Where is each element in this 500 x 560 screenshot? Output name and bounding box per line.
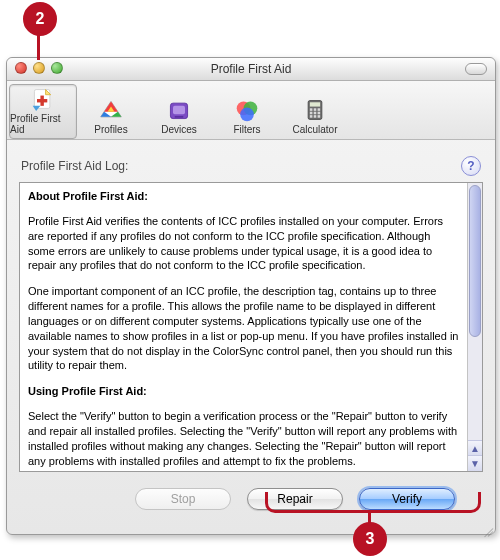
toolbar-label: Profile First Aid bbox=[10, 113, 76, 135]
window-body: Profile First Aid Log: ? About Profile F… bbox=[7, 140, 495, 534]
window-profile-first-aid: Profile First Aid Profile First Aid bbox=[6, 57, 496, 535]
svg-rect-3 bbox=[40, 96, 43, 106]
toolbar-label: Calculator bbox=[292, 124, 337, 135]
toolbar-item-calculator[interactable]: Calculator bbox=[281, 84, 349, 139]
log-textarea[interactable]: About Profile First Aid: Profile First A… bbox=[19, 182, 483, 472]
scroll-up-icon[interactable]: ▲ bbox=[468, 440, 482, 456]
window-title: Profile First Aid bbox=[7, 58, 495, 80]
window-titlebar[interactable]: Profile First Aid bbox=[7, 58, 495, 81]
svg-rect-18 bbox=[310, 108, 313, 111]
scrollbar-thumb[interactable] bbox=[469, 185, 481, 337]
callout-line-2 bbox=[37, 32, 40, 60]
log-heading: Using Profile First Aid: bbox=[28, 384, 460, 399]
stop-button: Stop bbox=[135, 488, 231, 510]
svg-rect-24 bbox=[310, 115, 313, 118]
resize-handle-icon[interactable] bbox=[479, 518, 493, 532]
close-icon[interactable] bbox=[15, 62, 27, 74]
log-paragraph: One important component of an ICC profil… bbox=[28, 284, 460, 373]
svg-rect-23 bbox=[318, 112, 321, 115]
callout-bracket-3 bbox=[265, 492, 481, 513]
svg-rect-19 bbox=[314, 108, 317, 111]
minimize-icon[interactable] bbox=[33, 62, 45, 74]
toolbar-label: Devices bbox=[161, 124, 197, 135]
toolbar: Profile First Aid Profiles Devic bbox=[7, 81, 495, 140]
help-button[interactable]: ? bbox=[461, 156, 481, 176]
svg-rect-26 bbox=[318, 115, 321, 118]
svg-rect-21 bbox=[310, 112, 313, 115]
scroll-down-icon[interactable]: ▼ bbox=[468, 455, 482, 471]
svg-rect-11 bbox=[173, 106, 185, 115]
first-aid-icon bbox=[29, 87, 57, 111]
toolbar-toggle-pill[interactable] bbox=[465, 63, 487, 75]
log-content: About Profile First Aid: Profile First A… bbox=[20, 183, 468, 471]
toolbar-item-profile-first-aid[interactable]: Profile First Aid bbox=[9, 84, 77, 139]
devices-icon bbox=[165, 98, 193, 122]
toolbar-item-filters[interactable]: Filters bbox=[213, 84, 281, 139]
svg-rect-17 bbox=[310, 102, 320, 106]
svg-rect-20 bbox=[318, 108, 321, 111]
log-paragraph: Select the "Verify" button to begin a ve… bbox=[28, 409, 460, 468]
svg-rect-22 bbox=[314, 112, 317, 115]
log-heading: About Profile First Aid: bbox=[28, 189, 460, 204]
scrollbar[interactable]: ▲ ▼ bbox=[467, 183, 482, 471]
svg-rect-12 bbox=[175, 116, 184, 118]
toolbar-item-profiles[interactable]: Profiles bbox=[77, 84, 145, 139]
log-paragraph: Profile First Aid verifies the contents … bbox=[28, 214, 460, 273]
profiles-icon bbox=[97, 98, 125, 122]
toolbar-label: Profiles bbox=[94, 124, 127, 135]
callout-badge-2: 2 bbox=[23, 2, 57, 36]
toolbar-label: Filters bbox=[233, 124, 260, 135]
zoom-icon[interactable] bbox=[51, 62, 63, 74]
toolbar-item-devices[interactable]: Devices bbox=[145, 84, 213, 139]
traffic-lights bbox=[15, 62, 63, 74]
log-label: Profile First Aid Log: bbox=[21, 159, 128, 173]
svg-rect-25 bbox=[314, 115, 317, 118]
tutorial-figure: 2 Profile First Aid Profile First bbox=[0, 0, 500, 560]
svg-point-15 bbox=[240, 107, 254, 121]
callout-badge-3: 3 bbox=[353, 522, 387, 556]
filters-icon bbox=[233, 98, 261, 122]
calculator-icon bbox=[301, 98, 329, 122]
